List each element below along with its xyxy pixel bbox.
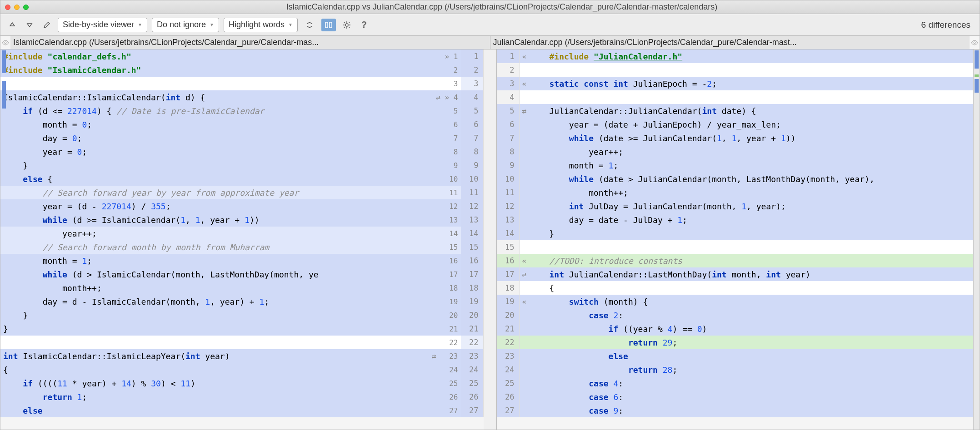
code-line[interactable]: year++; (547, 145, 980, 158)
code-line[interactable]: case 9: (547, 404, 980, 417)
prev-diff-button[interactable] (6, 19, 19, 31)
code-line[interactable] (547, 63, 980, 77)
code-line[interactable]: #include "IslamicCalendar.h" (0, 63, 434, 77)
diff-action[interactable]: 17 (434, 267, 461, 281)
code-line[interactable]: while (date > JulianCalendar(month, Last… (547, 172, 980, 186)
highlight-mode-dropdown[interactable]: Highlight words ▼ (224, 18, 298, 32)
code-line[interactable]: } (0, 158, 434, 172)
code-line[interactable]: { (547, 281, 980, 295)
code-line[interactable]: { (0, 363, 434, 376)
right-code[interactable]: 1234567891011121314151617181920212223242… (497, 49, 980, 430)
code-line[interactable]: case 4: (547, 376, 980, 390)
diff-action[interactable]: 12 (434, 199, 461, 213)
diff-action[interactable] (520, 404, 547, 417)
code-line[interactable]: if ((year % 4) == 0) (547, 322, 980, 336)
diff-action[interactable] (520, 131, 547, 145)
diff-action[interactable]: 6 (434, 118, 461, 131)
code-line[interactable]: JulianCalendar::JulianCalendar(int date)… (547, 104, 980, 118)
diff-action[interactable]: « (520, 77, 547, 90)
code-line[interactable]: // Search forward month by month from Mu… (0, 240, 434, 254)
diff-action[interactable] (520, 363, 547, 376)
code-line[interactable]: if ((((11 * year) + 14) % 30) < 11) (0, 376, 434, 390)
diff-action[interactable]: 26 (434, 390, 461, 404)
code-line[interactable] (0, 77, 434, 90)
diff-action[interactable]: 19 (434, 295, 461, 308)
code-line[interactable]: return 29; (547, 336, 980, 349)
code-line[interactable] (547, 240, 980, 254)
code-line[interactable]: if (d <= 227014) { // Date is pre-Islami… (0, 104, 434, 118)
code-line[interactable]: day = 0; (0, 131, 434, 145)
right-file-path[interactable]: JulianCalendar.cpp (/Users/jetbrains/CLi… (490, 36, 970, 49)
diff-action[interactable]: 5 (434, 104, 461, 118)
diff-action[interactable] (520, 145, 547, 158)
close-window-button[interactable] (5, 5, 10, 10)
code-line[interactable]: #include "calendar_defs.h" (0, 49, 434, 63)
code-line[interactable]: year = 0; (0, 145, 434, 158)
code-line[interactable]: else { (0, 172, 434, 186)
diff-action[interactable] (520, 349, 547, 363)
code-line[interactable]: case 2: (547, 308, 980, 322)
viewer-mode-dropdown[interactable]: Side-by-side viewer ▼ (58, 18, 147, 32)
code-line[interactable]: return 28; (547, 363, 980, 376)
code-line[interactable]: static const int JulianEpoch = -2; (547, 77, 980, 90)
code-line[interactable]: month = 1; (547, 158, 980, 172)
code-line[interactable]: else (0, 404, 434, 417)
diff-action[interactable]: 7 (434, 131, 461, 145)
diff-action[interactable]: « (520, 49, 547, 63)
code-line[interactable] (547, 90, 980, 104)
diff-action[interactable] (520, 186, 547, 199)
code-line[interactable]: day = d - IslamicCalendar(month, 1, year… (0, 295, 434, 308)
diff-action[interactable]: ⇄ (520, 267, 547, 281)
diff-action[interactable] (520, 390, 547, 404)
code-line[interactable]: year++; (0, 227, 434, 240)
code-line[interactable]: int JulDay = JulianCalendar(month, 1, ye… (547, 199, 980, 213)
diff-action[interactable]: 25 (434, 376, 461, 390)
code-line[interactable] (0, 336, 434, 349)
diff-action[interactable] (520, 213, 547, 227)
diff-action[interactable]: ⇄ » 4 (434, 90, 461, 104)
code-line[interactable]: month++; (0, 281, 434, 295)
diff-action[interactable]: 16 (434, 254, 461, 267)
code-line[interactable]: month = 0; (0, 118, 434, 131)
code-line[interactable]: int IslamicCalendar::IslamicLeapYear(int… (0, 349, 434, 363)
diff-action[interactable]: 11 (434, 186, 461, 199)
diff-action[interactable]: 14 (434, 227, 461, 240)
code-line[interactable]: return 1; (0, 390, 434, 404)
diff-action[interactable]: 13 (434, 213, 461, 227)
next-diff-button[interactable] (23, 19, 36, 31)
diff-action[interactable] (520, 199, 547, 213)
code-line[interactable]: //TODO: introduce constants (547, 254, 980, 267)
diff-action[interactable] (520, 63, 547, 77)
diff-action[interactable]: 24 (434, 363, 461, 376)
code-line[interactable]: while (d >= IslamicCalendar(1, 1, year +… (0, 213, 434, 227)
right-overview-ruler[interactable] (973, 49, 980, 430)
diff-action[interactable]: « (520, 254, 547, 267)
diff-action[interactable]: 21 (434, 322, 461, 336)
settings-button[interactable] (340, 19, 353, 31)
diff-action[interactable] (520, 322, 547, 336)
diff-action[interactable]: ⇄ (520, 104, 547, 118)
diff-action[interactable]: 2 (434, 63, 461, 77)
help-button[interactable]: ? (358, 19, 370, 31)
diff-action[interactable] (520, 281, 547, 295)
left-code[interactable]: #include "calendar_defs.h"#include "Isla… (0, 49, 484, 430)
minimize-window-button[interactable] (14, 5, 20, 10)
code-line[interactable]: #include "JulianCalendar.h" (547, 49, 980, 63)
diff-action[interactable] (520, 158, 547, 172)
diff-action[interactable]: 8 (434, 145, 461, 158)
diff-action[interactable]: 22 (434, 336, 461, 349)
code-line[interactable]: while (d > IslamicCalendar(month, LastMo… (0, 267, 434, 281)
code-line[interactable]: } (0, 308, 434, 322)
diff-action[interactable]: 3 (434, 77, 461, 90)
diff-action[interactable]: « (520, 295, 547, 308)
zoom-window-button[interactable] (23, 5, 29, 10)
diff-action[interactable] (520, 240, 547, 254)
diff-action[interactable] (520, 227, 547, 240)
code-line[interactable]: } (547, 227, 980, 240)
diff-action[interactable]: 10 (434, 172, 461, 186)
code-line[interactable]: month++; (547, 186, 980, 199)
edit-button[interactable] (40, 19, 53, 31)
diff-action[interactable] (520, 308, 547, 322)
code-line[interactable]: day = date - JulDay + 1; (547, 213, 980, 227)
collapse-unchanged-toggle[interactable] (302, 19, 317, 31)
